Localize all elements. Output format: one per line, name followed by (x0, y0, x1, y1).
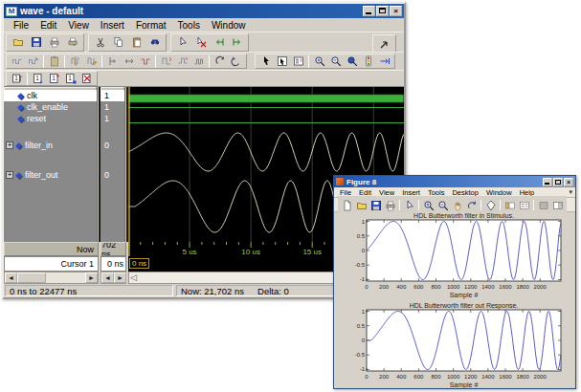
cursor-arrow-button[interactable] (173, 34, 191, 51)
x-tick-label: 400 (396, 374, 407, 380)
open-button[interactable] (9, 34, 27, 51)
zoom-out-button[interactable] (327, 54, 344, 68)
toolbar-separator (418, 200, 419, 210)
undo-wave-button[interactable] (212, 54, 228, 68)
toolbar-separator (500, 200, 501, 210)
save-button[interactable] (27, 34, 45, 51)
select-all-wave-button[interactable] (9, 54, 25, 68)
signal-row-reset[interactable]: ◆reset (4, 113, 97, 124)
close-button[interactable]: × (390, 6, 402, 16)
wave-titlebar[interactable]: M wave - default × (4, 4, 404, 18)
expand-icon[interactable]: + (6, 142, 13, 149)
stretch-edge-button[interactable] (104, 54, 121, 68)
expand-icon[interactable]: + (6, 171, 13, 179)
scroll-left-arrow[interactable]: ◄ (101, 272, 114, 283)
cursor-time-tag[interactable]: 0 ns (129, 258, 149, 269)
signal-row-filter_out[interactable]: +◆filter_out (4, 169, 97, 181)
x-tick-label: 800 (431, 284, 441, 290)
zoom-in-button[interactable] (311, 54, 327, 68)
bookmark-delete-button[interactable] (78, 72, 95, 85)
signal-name: filter_in (25, 141, 53, 150)
figure-titlebar[interactable]: Figure 8 × (334, 176, 575, 187)
toolbar-separator (64, 55, 65, 68)
select-mode-button[interactable] (257, 54, 274, 68)
zoom-full-button[interactable] (344, 54, 360, 68)
bookmark-1-button[interactable]: 1 (30, 72, 46, 85)
maximize-button[interactable] (376, 6, 389, 16)
colorbar-icon-button[interactable] (503, 199, 517, 211)
clip-range-button[interactable] (376, 54, 392, 68)
copy-button[interactable] (109, 34, 127, 51)
print-button[interactable] (45, 34, 63, 51)
dock-button[interactable] (375, 35, 393, 52)
menu-edit[interactable]: Edit (34, 19, 62, 32)
print-setup-button[interactable] (63, 34, 81, 51)
delete-cursor-button[interactable] (191, 34, 210, 51)
show-plot-tools-button[interactable] (550, 199, 565, 211)
close-button[interactable]: × (564, 178, 573, 186)
menu-tools[interactable]: Tools (172, 19, 206, 32)
minimize-button[interactable] (363, 6, 375, 16)
signal-name-column[interactable]: ◆clk◆clk_enable◆reset+◆filter_in+◆filter… (4, 87, 99, 243)
signal-row-clk[interactable]: ◆clk (4, 90, 97, 101)
save-button[interactable] (369, 199, 383, 211)
values-hscrollbar[interactable]: ◄ ► (101, 272, 126, 284)
cursor-arrow-button[interactable] (402, 199, 416, 211)
scroll-thumb[interactable] (17, 272, 46, 283)
pan-hand-button[interactable] (450, 199, 464, 211)
maximize-button[interactable] (553, 178, 563, 186)
scroll-right-arrow[interactable]: ► (85, 272, 98, 283)
insert-cursor-button[interactable] (67, 54, 83, 68)
scroll-left-arrow[interactable]: ◄ (5, 272, 17, 283)
wave-menubar: FileEditViewInsertFormatToolsWindow (4, 18, 404, 32)
insert-pulse-button[interactable] (190, 54, 207, 68)
rotate-button[interactable] (464, 199, 479, 211)
print-button[interactable] (383, 199, 397, 211)
minimize-button[interactable] (543, 178, 552, 186)
zoom-out-button[interactable] (436, 199, 450, 211)
toolbar-separator (155, 55, 156, 68)
menu-window[interactable]: Window (206, 19, 252, 32)
figure-canvas: HDL Butterworth filter in Stimulus.10.50… (334, 212, 575, 388)
open-button[interactable] (354, 199, 369, 211)
cut-button[interactable] (91, 34, 109, 51)
new-doc-button[interactable] (340, 199, 354, 211)
signal-row-filter_in[interactable]: +◆filter_in (4, 140, 97, 151)
edge-right-button[interactable] (228, 34, 246, 51)
signal-value-reset: 1 (101, 113, 124, 124)
menu-format[interactable]: Format (130, 19, 172, 32)
menu-file[interactable]: File (8, 19, 34, 32)
legend-icon-button[interactable] (517, 199, 531, 211)
paste-button[interactable] (127, 34, 145, 51)
bookmark-save-button[interactable]: 1 (62, 72, 78, 85)
bookmark-add-button[interactable]: 1 (46, 72, 62, 85)
goto-prev-edge-button[interactable] (158, 54, 174, 68)
paste-wave-button[interactable] (46, 54, 62, 68)
signal-row-clk_enable[interactable]: ◆clk_enable (4, 101, 97, 113)
signal-value-column[interactable]: 11100 (101, 87, 126, 243)
x-tick-label: 1000 (447, 374, 460, 380)
edit-wave-button[interactable] (83, 54, 100, 68)
chevron-down-icon[interactable]: ▾ (569, 188, 572, 196)
show-drivers-button[interactable] (360, 54, 376, 68)
move-edge-button[interactable] (121, 54, 137, 68)
find-button[interactable] (145, 34, 164, 51)
copy-wave-button[interactable] (25, 54, 41, 68)
toolbar-separator (27, 73, 28, 85)
y-tick-label: 1 (362, 219, 366, 225)
data-cursor-button[interactable] (483, 199, 498, 211)
edge-left-button[interactable] (210, 34, 228, 51)
hide-plot-tools-button[interactable] (536, 199, 550, 211)
cursor1-label[interactable]: Cursor 1 (4, 256, 99, 272)
scroll-right-arrow[interactable]: ► (114, 272, 126, 283)
zoom-mode-button[interactable] (274, 54, 290, 68)
redo-wave-button[interactable] (228, 54, 244, 68)
invert-wave-button[interactable] (137, 54, 153, 68)
names-hscrollbar[interactable]: ◄ ► (4, 272, 99, 284)
zoom-in-button[interactable] (421, 199, 436, 211)
menu-insert[interactable]: Insert (95, 19, 130, 32)
virtual-mode-button[interactable] (290, 54, 306, 68)
menu-view[interactable]: View (62, 19, 95, 32)
extend-wave-button[interactable] (174, 54, 190, 68)
expand-one-button[interactable]: 1 (9, 72, 25, 85)
